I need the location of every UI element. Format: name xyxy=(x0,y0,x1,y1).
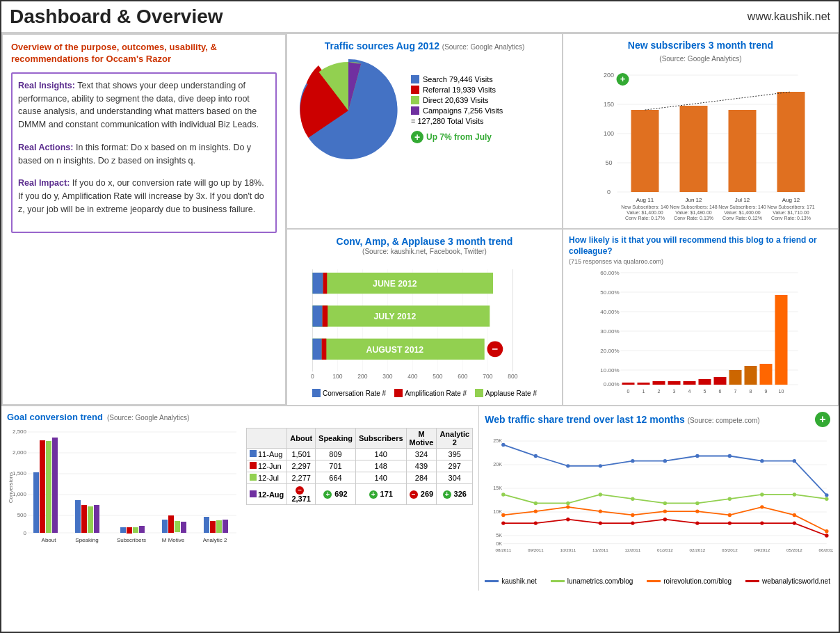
subscribers-source: (Source: Google Analytics) xyxy=(569,55,832,63)
svg-text:06/2012: 06/2012 xyxy=(819,547,833,552)
th-about: About xyxy=(287,428,316,449)
svg-rect-122 xyxy=(94,505,99,533)
table-row: 12-Jun 2,297 701 148 439 297 xyxy=(247,460,473,472)
insight-label-1: Real Insights: xyxy=(18,81,75,90)
svg-text:JULY 2012: JULY 2012 xyxy=(373,312,416,321)
legend-roi: roirevolution.com/blog xyxy=(647,577,732,585)
svg-rect-81 xyxy=(638,383,650,385)
svg-rect-13 xyxy=(777,92,805,192)
svg-text:9: 9 xyxy=(765,389,768,394)
svg-rect-83 xyxy=(653,381,665,385)
svg-point-160 xyxy=(793,459,796,463)
svg-rect-130 xyxy=(168,515,174,533)
th-speaking: Speaking xyxy=(316,428,356,449)
svg-rect-57 xyxy=(323,305,328,326)
svg-text:12/2011: 12/2011 xyxy=(625,547,641,552)
svg-text:1,500: 1,500 xyxy=(13,470,27,476)
svg-text:0: 0 xyxy=(627,389,630,394)
svg-point-170 xyxy=(760,492,764,496)
svg-rect-125 xyxy=(127,527,132,534)
webtraffic-source: (Source: compete.com) xyxy=(688,417,760,424)
bottom-row: Goal conversion trend (Source: Google An… xyxy=(1,406,839,591)
svg-text:60.00%: 60.00% xyxy=(600,270,619,276)
legend-label-search: Search 79,446 Visits xyxy=(423,75,493,83)
svg-text:300: 300 xyxy=(382,373,392,380)
legend-lunametrics: lunametrics.com/blog xyxy=(551,577,633,585)
svg-rect-120 xyxy=(81,505,87,533)
svg-point-184 xyxy=(501,522,505,525)
legend-webanalytics: webanalyticsworld.net xyxy=(745,577,830,585)
svg-text:6: 6 xyxy=(719,389,722,394)
table-row: 12-Aug −2,371 +692 +171 −269 +326 xyxy=(247,484,473,505)
svg-text:Conv Rate: 0.13%: Conv Rate: 0.13% xyxy=(771,216,811,220)
svg-text:08/2011: 08/2011 xyxy=(496,547,512,552)
svg-text:Conv Rate: 0.13%: Conv Rate: 0.13% xyxy=(674,216,713,220)
svg-text:M Motive: M Motive xyxy=(162,537,185,543)
svg-point-177 xyxy=(631,513,634,517)
svg-rect-12 xyxy=(729,110,757,192)
legend-dot-conv xyxy=(312,389,321,397)
svg-text:600: 600 xyxy=(458,373,467,380)
svg-point-182 xyxy=(793,513,796,517)
svg-text:0: 0 xyxy=(24,530,27,536)
svg-rect-121 xyxy=(88,506,93,533)
legend-label-direct: Direct 20,639 Visits xyxy=(423,96,489,104)
svg-point-166 xyxy=(631,497,634,501)
svg-text:2,500: 2,500 xyxy=(13,428,27,435)
svg-point-172 xyxy=(825,497,828,501)
svg-text:11/2011: 11/2011 xyxy=(592,547,608,552)
goal-panel: Goal conversion trend (Source: Google An… xyxy=(1,406,479,591)
pie-chart xyxy=(293,52,404,166)
svg-point-158 xyxy=(728,454,732,458)
svg-text:5: 5 xyxy=(704,389,706,394)
svg-text:New Subscribers: 140: New Subscribers: 140 xyxy=(621,205,669,209)
svg-text:400: 400 xyxy=(407,373,417,380)
svg-text:About: About xyxy=(42,537,57,543)
legend-label-conv: Conversation Rate # xyxy=(323,390,386,397)
subscribers-title: New subscribers 3 month trend xyxy=(569,40,832,51)
svg-rect-116 xyxy=(46,441,51,533)
svg-text:Value: $1,400.00: Value: $1,400.00 xyxy=(724,210,761,215)
svg-text:05/2012: 05/2012 xyxy=(786,547,802,552)
svg-point-194 xyxy=(825,534,828,537)
legend-referral: Referral 19,939 Visits xyxy=(411,86,503,94)
svg-text:10K: 10K xyxy=(494,509,503,515)
legend-line-lunametrics xyxy=(551,580,565,582)
svg-point-186 xyxy=(566,518,570,521)
webtraffic-legend: kaushik.net lunametrics.com/blog roirevo… xyxy=(485,577,833,585)
goal-title: Goal conversion trend xyxy=(7,412,103,422)
traffic-legend: Search 79,446 Visits Referral 19,939 Vis… xyxy=(411,75,503,143)
svg-point-156 xyxy=(663,459,667,463)
svg-text:15K: 15K xyxy=(494,486,503,491)
svg-text:100: 100 xyxy=(332,373,342,380)
svg-rect-115 xyxy=(40,440,45,533)
svg-text:10/2011: 10/2011 xyxy=(560,547,576,552)
svg-rect-134 xyxy=(204,517,209,533)
svg-text:20.00%: 20.00% xyxy=(600,348,619,354)
webtraffic-panel: Web traffic share trend over last 12 mon… xyxy=(479,406,839,591)
indicator-subs: + xyxy=(369,490,378,499)
nps-source: (715 responses via qualaroo.com) xyxy=(569,258,832,265)
subscribers-panel: New subscribers 3 month trend (Source: G… xyxy=(563,33,839,229)
svg-text:10: 10 xyxy=(779,389,784,394)
svg-point-180 xyxy=(728,513,732,517)
legend-dot-search xyxy=(411,75,419,83)
svg-text:5K: 5K xyxy=(496,533,502,538)
svg-rect-99 xyxy=(775,295,788,385)
svg-text:150: 150 xyxy=(604,101,614,108)
legend-direct: Direct 20,639 Visits xyxy=(411,96,503,104)
webtraffic-title: Web traffic share trend over last 12 mon… xyxy=(485,414,688,425)
svg-point-165 xyxy=(599,492,602,496)
svg-text:10.00%: 10.00% xyxy=(600,367,619,374)
svg-point-162 xyxy=(501,492,505,496)
svg-point-178 xyxy=(663,510,667,513)
th-analytic2: Analytic 2 xyxy=(437,428,473,449)
insight-block-2: Real Actions: In this format: Do x based… xyxy=(18,141,270,168)
th-subscribers: Subscribers xyxy=(355,428,406,449)
svg-point-152 xyxy=(534,454,538,458)
legend-label-kaushik: kaushik.net xyxy=(501,577,537,585)
svg-rect-129 xyxy=(162,520,168,533)
svg-text:AUGUST 2012: AUGUST 2012 xyxy=(366,345,424,355)
table-row: 12-Jul 2,277 664 140 284 304 xyxy=(247,472,473,484)
insight-label-2: Real Actions: xyxy=(18,143,73,152)
